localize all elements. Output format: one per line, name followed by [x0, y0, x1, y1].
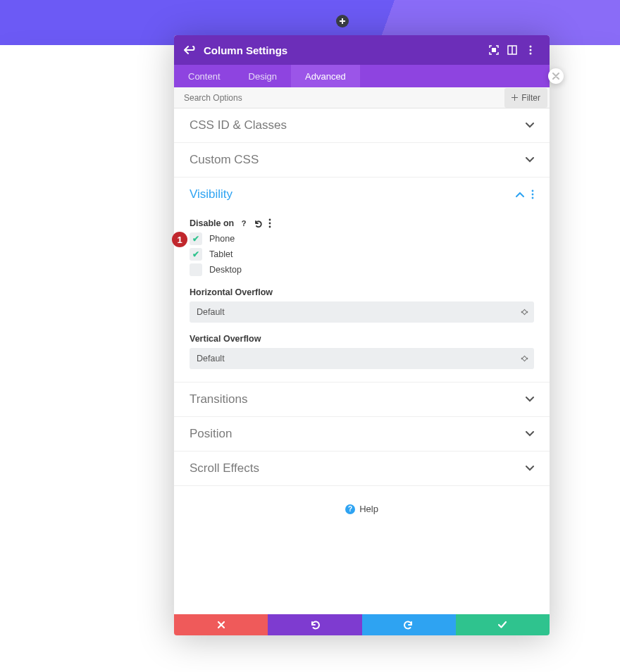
section-title: Custom CSS: [190, 153, 526, 167]
section-transitions: Transitions: [174, 382, 550, 417]
back-arrow-icon: [184, 45, 195, 55]
h-overflow-select[interactable]: Default: [190, 301, 534, 323]
back-button[interactable]: [184, 45, 195, 55]
filter-label: Filter: [521, 93, 540, 103]
v-overflow-select[interactable]: Default: [190, 348, 534, 369]
section-header-transitions[interactable]: Transitions: [174, 382, 550, 416]
disable-option-tablet: Tablet: [190, 248, 534, 261]
disable-on-label-row: Disable on ?: [190, 218, 534, 228]
svg-point-12: [269, 226, 271, 228]
section-body-visibility: Disable on ? Phone Tablet Desktop: [174, 211, 550, 382]
tab-advanced[interactable]: Advanced: [291, 65, 360, 87]
undo-icon: [309, 620, 321, 630]
check-icon: [497, 621, 507, 629]
h-overflow-select-wrap: Default: [190, 301, 534, 323]
section-custom-css: Custom CSS: [174, 143, 550, 178]
help-badge-icon: ?: [345, 504, 355, 514]
settings-panel: Column Settings Content Design Advanced …: [174, 35, 550, 635]
redo-button[interactable]: [362, 614, 456, 635]
checkbox-desktop[interactable]: [190, 263, 202, 276]
panel-header: Column Settings: [174, 35, 550, 65]
panel-footer: [174, 614, 550, 635]
svg-point-5: [530, 53, 532, 55]
disable-option-phone: Phone: [190, 232, 534, 245]
chevron-up-icon: [516, 192, 524, 197]
cancel-button[interactable]: [174, 614, 268, 635]
save-button[interactable]: [456, 614, 550, 635]
svg-point-8: [532, 197, 534, 199]
section-header-visibility[interactable]: Visibility: [174, 178, 550, 211]
add-section-button[interactable]: [336, 15, 349, 27]
chevron-down-icon: [526, 466, 534, 471]
tab-design[interactable]: Design: [235, 65, 291, 87]
section-header-position[interactable]: Position: [174, 417, 550, 451]
section-scroll-effects: Scroll Effects: [174, 452, 550, 486]
search-input[interactable]: [174, 93, 504, 103]
h-overflow-label: Horizontal Overflow: [190, 287, 534, 297]
close-icon: [552, 73, 559, 80]
svg-point-7: [532, 194, 534, 196]
undo-icon: [254, 219, 263, 228]
option-label: Phone: [209, 234, 235, 244]
reset-icon-button[interactable]: [254, 219, 263, 228]
kebab-icon: [531, 189, 534, 199]
expand-icon: [489, 45, 499, 55]
plus-icon: [512, 94, 518, 101]
section-position: Position: [174, 417, 550, 452]
v-overflow-select-wrap: Default: [190, 348, 534, 369]
chevron-down-icon: [526, 123, 534, 128]
section-title: Position: [190, 427, 526, 441]
kebab-icon: [268, 218, 271, 228]
section-header-css-id[interactable]: CSS ID & Classes: [174, 108, 550, 142]
section-visibility: Visibility Disable on ? Phone Tablet: [174, 178, 550, 382]
panel-menu-button[interactable]: [521, 45, 540, 55]
expand-button[interactable]: [485, 45, 503, 55]
field-menu-button[interactable]: [268, 218, 271, 228]
question-icon: ?: [240, 219, 248, 228]
close-flyout-button[interactable]: [548, 68, 564, 84]
checkbox-tablet[interactable]: [190, 248, 202, 261]
option-label: Tablet: [209, 249, 232, 259]
tab-bar: Content Design Advanced: [174, 65, 550, 87]
v-overflow-label: Vertical Overflow: [190, 334, 534, 344]
search-row: Filter: [174, 87, 550, 108]
section-title: Visibility: [190, 187, 516, 201]
panel-title: Column Settings: [204, 44, 485, 56]
redo-icon: [403, 620, 414, 630]
svg-point-6: [532, 190, 534, 192]
svg-point-10: [269, 219, 271, 221]
kebab-icon: [529, 45, 532, 55]
help-icon-button[interactable]: ?: [240, 219, 248, 228]
help-link[interactable]: ? Help: [345, 504, 378, 514]
section-header-scroll-effects[interactable]: Scroll Effects: [174, 452, 550, 485]
close-icon: [217, 621, 225, 629]
section-title: Transitions: [190, 392, 526, 406]
section-title: Scroll Effects: [190, 461, 526, 475]
section-title: CSS ID & Classes: [190, 118, 526, 132]
chevron-down-icon: [526, 397, 534, 402]
checkbox-phone[interactable]: [190, 232, 202, 245]
svg-point-3: [530, 46, 532, 48]
columns-icon: [507, 45, 517, 55]
panel-body: CSS ID & Classes Custom CSS Visibility D…: [174, 108, 550, 614]
svg-point-11: [269, 223, 271, 225]
tab-content[interactable]: Content: [174, 65, 235, 87]
svg-point-4: [530, 49, 532, 51]
help-label: Help: [359, 504, 378, 514]
svg-text:?: ?: [242, 219, 247, 228]
chevron-down-icon: [526, 157, 534, 163]
disable-option-desktop: Desktop: [190, 263, 534, 276]
svg-rect-0: [492, 48, 496, 52]
filter-button[interactable]: Filter: [504, 88, 547, 108]
option-label: Desktop: [209, 265, 242, 275]
chevron-down-icon: [526, 431, 534, 437]
undo-button[interactable]: [268, 614, 361, 635]
section-menu-button[interactable]: [531, 189, 534, 199]
snap-button[interactable]: [503, 45, 521, 55]
help-row: ? Help: [174, 486, 550, 530]
disable-on-label: Disable on: [190, 218, 234, 228]
section-header-custom-css[interactable]: Custom CSS: [174, 143, 550, 177]
section-css-id: CSS ID & Classes: [174, 108, 550, 143]
plus-icon: [340, 18, 345, 24]
annotation-marker-1: 1: [172, 232, 187, 247]
